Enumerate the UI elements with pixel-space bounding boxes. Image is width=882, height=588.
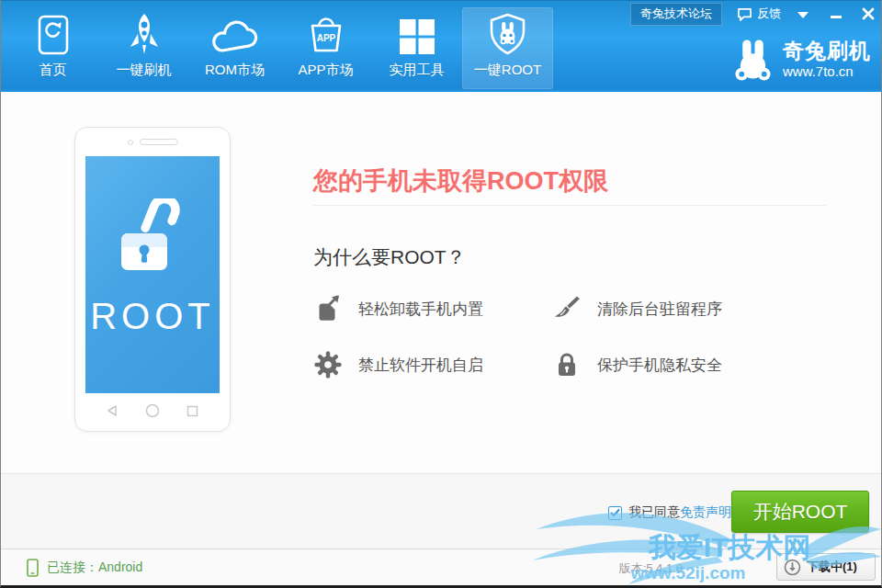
phone-connected-icon (27, 559, 39, 577)
version-label: 版本:5.4.1.0 (619, 560, 683, 577)
uninstall-icon (313, 295, 343, 322)
unlocked-padlock-icon (114, 198, 191, 283)
rabbit-logo-icon (731, 38, 775, 82)
app-bag-text: APP (316, 33, 335, 43)
lock-icon (552, 351, 582, 379)
check-icon (610, 508, 620, 517)
disclaimer-link[interactable]: 免责声明 (680, 504, 731, 521)
feature-label: 轻松卸载手机内置 (358, 299, 483, 320)
broom-icon (552, 295, 582, 322)
divider (313, 205, 826, 206)
connection-label: 已连接：Android (47, 560, 142, 576)
agree-checkbox[interactable] (608, 506, 622, 520)
tab-home[interactable]: 首页 (7, 7, 98, 89)
android-back-icon (107, 404, 118, 417)
forum-button[interactable]: 奇兔技术论坛 (630, 3, 722, 26)
tab-label: 一键ROOT (474, 62, 541, 79)
connection-status: 已连接：Android (27, 549, 142, 585)
agree-label: 我已同意 (628, 504, 680, 521)
phone-screen: ROOT (85, 156, 220, 393)
feature-clean: 清除后台驻留程序 (552, 288, 791, 329)
brand-name: 奇兔刷机 (783, 40, 871, 62)
feature-label: 保护手机隐私安全 (597, 355, 722, 376)
page-title: 您的手机未取得ROOT权限 (313, 164, 608, 198)
agreement-row: 我已同意 免责声明 (608, 504, 731, 521)
feature-autostart: 禁止软件开机自启 (313, 345, 552, 385)
home-refresh-icon (38, 7, 69, 55)
tab-app-market[interactable]: APP APP市场 (280, 7, 371, 89)
download-icon (784, 559, 801, 576)
main-nav: 首页 一键刷机 ROM市场 APP APP市场 (7, 1, 553, 93)
android-recent-icon (187, 405, 198, 417)
feature-privacy: 保护手机隐私安全 (552, 345, 791, 385)
feature-uninstall: 轻松卸载手机内置 (313, 288, 552, 329)
tab-label: 首页 (40, 62, 67, 79)
phone-illustration: ROOT (74, 127, 231, 432)
status-bar: 已连接：Android 版本:5.4.1.0 下载中(1) (1, 548, 881, 585)
action-bar: 我已同意 免责声明 开始ROOT (1, 473, 881, 548)
tab-label: APP市场 (298, 62, 353, 79)
download-label: 下载中(1) (807, 559, 857, 575)
close-icon (862, 7, 875, 20)
speech-bubble-icon (737, 7, 752, 21)
feature-label: 禁止软件开机自启 (358, 355, 483, 376)
tab-label: ROM市场 (205, 62, 265, 79)
rocket-icon (127, 7, 162, 55)
phone-screen-text: ROOT (85, 296, 220, 337)
shield-rabbit-icon (488, 7, 527, 55)
feature-list: 轻松卸载手机内置 清除后台驻留程序 禁止软件开机自启 保护手机隐私安全 (313, 288, 837, 385)
minimize-button[interactable] (831, 16, 842, 18)
tiles-icon (399, 7, 435, 55)
app-window: 首页 一键刷机 ROM市场 APP APP市场 (0, 0, 882, 588)
tab-label: 一键刷机 (117, 62, 172, 79)
close-button[interactable] (862, 7, 875, 20)
tab-oneclick-flash[interactable]: 一键刷机 (98, 7, 189, 89)
phone-speaker (140, 139, 178, 145)
app-bag-icon: APP (305, 7, 347, 55)
phone-camera-dot (128, 140, 133, 145)
start-root-button[interactable]: 开始ROOT (731, 491, 869, 533)
brand-url: www.7to.cn (783, 64, 871, 80)
chevron-down-icon[interactable] (797, 12, 808, 18)
window-controls: 奇兔技术论坛 反馈 (630, 3, 875, 25)
tab-label: 实用工具 (390, 62, 445, 79)
brand-logo: 奇兔刷机 www.7to.cn (731, 38, 871, 82)
section-heading: 为什么要ROOT？ (313, 244, 466, 270)
tab-rom-market[interactable]: ROM市场 (189, 7, 280, 89)
android-home-icon (145, 403, 160, 418)
download-status-button[interactable]: 下载中(1) (776, 553, 876, 581)
feedback-button[interactable]: 反馈 (737, 6, 781, 22)
gear-icon (313, 351, 343, 379)
feature-label: 清除后台驻留程序 (597, 299, 722, 320)
tab-utilities[interactable]: 实用工具 (371, 7, 462, 89)
tab-oneclick-root[interactable]: 一键ROOT (462, 7, 553, 89)
cloud-icon (209, 7, 261, 55)
feedback-label: 反馈 (757, 6, 781, 22)
app-header: 首页 一键刷机 ROM市场 APP APP市场 (0, 0, 882, 92)
